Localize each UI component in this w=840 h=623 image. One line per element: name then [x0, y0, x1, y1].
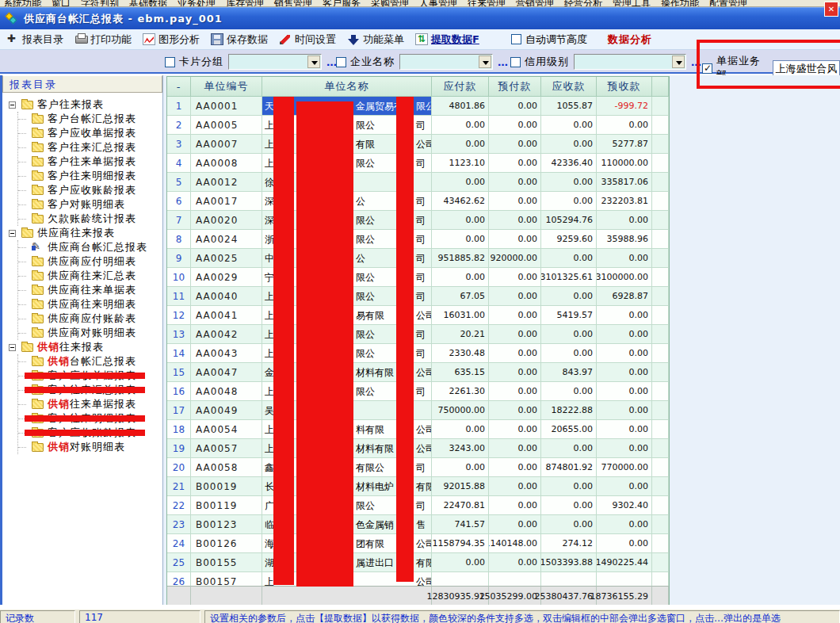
tree-item[interactable]: 供应商往来明细表 — [18, 297, 162, 312]
amount-cell[interactable]: 110000.00 — [597, 154, 652, 173]
tree-item[interactable]: 供应商应付账龄表 — [18, 312, 162, 326]
row-number-cell[interactable]: 20 — [167, 458, 191, 477]
amount-cell[interactable]: 0.00 — [432, 268, 489, 287]
tree-item[interactable]: 客户应收账龄报表 — [18, 426, 162, 440]
auto-height-checkbox[interactable] — [511, 34, 521, 44]
tree-expander-icon[interactable] — [9, 230, 16, 237]
menu-item[interactable]: 基础数据 — [129, 0, 167, 7]
menu-item[interactable]: 采购管理 — [371, 0, 409, 7]
amount-cell[interactable]: 0.00 — [489, 192, 541, 211]
unit-id-cell[interactable]: B00019 — [191, 477, 262, 496]
row-number-cell[interactable]: 13 — [167, 325, 191, 344]
chevron-down-icon[interactable] — [479, 55, 491, 68]
amount-cell[interactable]: 0.00 — [541, 515, 597, 534]
amount-cell[interactable]: 0.00 — [541, 173, 597, 192]
row-number-cell[interactable]: 16 — [167, 382, 191, 401]
amount-cell[interactable]: 0.00 — [489, 230, 541, 249]
row-number-cell[interactable]: 14 — [167, 344, 191, 363]
amount-cell[interactable]: 0.00 — [489, 477, 541, 496]
menu-item[interactable]: 往来管理 — [468, 0, 506, 7]
unit-id-cell[interactable]: AA0042 — [191, 325, 262, 344]
amount-cell[interactable]: 5277.87 — [597, 135, 652, 154]
amount-cell[interactable]: 750000.00 — [432, 401, 489, 420]
amount-cell[interactable]: 0.00 — [489, 553, 541, 572]
amount-cell[interactable]: 0.00 — [432, 135, 489, 154]
amount-cell[interactable]: 1123.10 — [432, 154, 489, 173]
menu-item[interactable]: 人事管理 — [419, 0, 457, 7]
row-number-cell[interactable]: 5 — [167, 173, 191, 192]
credit-checkbox[interactable] — [510, 57, 521, 67]
amount-cell[interactable]: 0.00 — [597, 211, 652, 230]
unit-id-cell[interactable]: AA0058 — [191, 458, 262, 477]
amount-cell[interactable]: 22470.81 — [432, 496, 489, 515]
tree-item[interactable]: 客户应收单据报表 — [18, 369, 162, 383]
tree-item[interactable]: 客户往来汇总报表 — [18, 140, 162, 155]
column-header[interactable]: - — [167, 77, 191, 97]
enterprise-more-button[interactable]: … — [498, 56, 509, 68]
amount-cell[interactable]: 42336.40 — [541, 154, 597, 173]
amount-cell[interactable]: 1503393.88 — [541, 553, 597, 572]
amount-cell[interactable]: 0.00 — [489, 97, 541, 116]
amount-cell[interactable]: 0.00 — [597, 325, 652, 344]
amount-cell[interactable]: 0.00 — [489, 116, 541, 135]
unit-id-cell[interactable]: AA0049 — [191, 401, 262, 420]
amount-cell[interactable]: 35988.96 — [597, 230, 652, 249]
amount-cell[interactable]: 2261.30 — [432, 382, 489, 401]
amount-cell[interactable]: 0.00 — [489, 325, 541, 344]
menu-item[interactable]: 销售管理 — [274, 0, 312, 7]
tree-item[interactable]: 客户对账明细表 — [18, 197, 162, 212]
menu-item[interactable]: 客户服务 — [323, 0, 361, 7]
menu-item[interactable]: 营销管理 — [516, 0, 554, 7]
tree-item[interactable]: 客户往来单据报表 — [18, 155, 162, 169]
tree-item[interactable]: 供应商台帐汇总报表 — [18, 240, 162, 254]
amount-cell[interactable]: 0.00 — [489, 211, 541, 230]
amount-cell[interactable]: 20.21 — [432, 325, 489, 344]
unit-id-cell[interactable]: AA0007 — [191, 135, 262, 154]
amount-cell[interactable]: 0.00 — [489, 306, 541, 325]
row-number-cell[interactable]: 12 — [167, 306, 191, 325]
menu-item[interactable]: 配置管理 — [709, 0, 747, 7]
row-number-cell[interactable]: 7 — [167, 211, 191, 230]
column-header[interactable]: 单位名称 — [262, 77, 432, 97]
amount-cell[interactable]: 16031.00 — [432, 306, 489, 325]
column-header[interactable]: 单位编号 — [191, 77, 262, 97]
unit-id-cell[interactable]: AA0048 — [191, 382, 262, 401]
amount-cell[interactable]: 0.00 — [541, 192, 597, 211]
column-header[interactable] — [652, 77, 669, 97]
tree-item[interactable]: 客户应收单据报表 — [18, 126, 162, 140]
amount-cell[interactable]: 874801.92 — [541, 458, 597, 477]
amount-cell[interactable]: 0.00 — [597, 249, 652, 268]
toolbar-button-打印功能[interactable]: 打印功能 — [74, 32, 132, 47]
row-number-cell[interactable]: 25 — [167, 553, 191, 572]
row-number-cell[interactable]: 4 — [167, 154, 191, 173]
amount-cell[interactable]: 4801.86 — [432, 97, 489, 116]
amount-cell[interactable]: 0.00 — [489, 439, 541, 458]
amount-cell[interactable]: 1158794.35 — [432, 534, 489, 553]
menu-item[interactable]: 库存管理 — [226, 0, 264, 7]
row-number-cell[interactable]: 21 — [167, 477, 191, 496]
unit-id-cell[interactable]: AA0057 — [191, 439, 262, 458]
toolbar-button-图形分析[interactable]: 图形分析 — [143, 32, 200, 47]
tree-item[interactable]: 供应商往来汇总表 — [18, 269, 162, 283]
amount-cell[interactable] — [541, 572, 597, 586]
unit-id-cell[interactable]: B00123 — [191, 515, 262, 534]
amount-cell[interactable]: 0.00 — [489, 458, 541, 477]
amount-cell[interactable]: 232203.81 — [597, 192, 652, 211]
amount-cell[interactable]: 0.00 — [541, 287, 597, 306]
menu-item[interactable]: 经营分析 — [564, 0, 602, 7]
unit-id-cell[interactable]: AA0043 — [191, 344, 262, 363]
amount-cell[interactable]: 92015.88 — [432, 477, 489, 496]
tree-item[interactable]: 供应商往来单据表 — [18, 283, 162, 297]
tree-root-item[interactable]: 供销往来报表 — [7, 340, 162, 354]
amount-cell[interactable]: 9302.40 — [597, 496, 652, 515]
chevron-down-icon[interactable] — [307, 55, 320, 68]
tree-expander-icon[interactable] — [9, 101, 16, 109]
tree-root-item[interactable]: 客户往来报表 — [7, 97, 162, 112]
amount-cell[interactable]: 741.57 — [432, 515, 489, 534]
amount-cell[interactable]: 0.00 — [597, 306, 652, 325]
amount-cell[interactable]: 0.00 — [541, 135, 597, 154]
tree-item[interactable]: 客户台帐汇总报表 — [18, 112, 162, 126]
toolbar-button-提取数据F[interactable]: 提取数据F — [415, 32, 479, 47]
unit-id-cell[interactable]: AA0012 — [191, 173, 262, 192]
row-number-cell[interactable]: 17 — [167, 401, 191, 420]
